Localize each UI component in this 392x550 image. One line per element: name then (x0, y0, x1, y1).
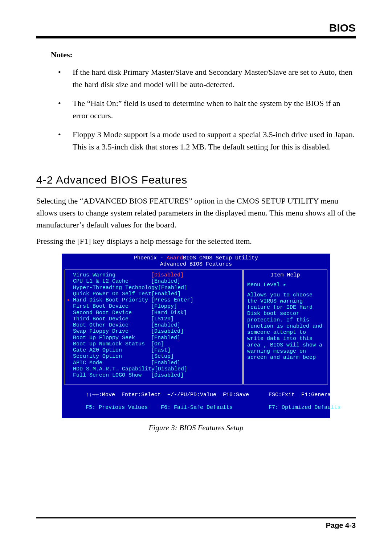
bios-setting-label: CPU L1 & L2 Cache (73, 278, 151, 284)
bios-setting-row[interactable]: First Boot Device[Floppy] (73, 303, 239, 309)
bios-title-award: Award (167, 255, 183, 261)
bios-setting-label: Boot Other Device (73, 322, 151, 328)
section-paragraph: Pressing the [F1] key displays a help me… (36, 235, 356, 247)
bios-setting-row[interactable]: Swap Floppy Drive[Disabled] (73, 328, 239, 334)
bios-setting-row[interactable]: HDD S.M.A.R.T. Capability[Disabled] (73, 366, 239, 372)
notes-item: If the hard disk Primary Master/Slave an… (54, 66, 356, 91)
notes-list: If the hard disk Primary Master/Slave an… (54, 66, 356, 153)
bios-setting-value[interactable]: [Enabled] (151, 335, 180, 341)
bios-setting-label: Hard Disk Boot Priority (73, 297, 151, 303)
bios-setting-value[interactable]: [Enabled] (151, 360, 180, 366)
bios-setting-label: Second Boot Device (73, 310, 151, 316)
bios-setting-row[interactable]: Virus Warning[Disabled] (73, 272, 239, 278)
bios-setting-label: Virus Warning (73, 272, 151, 278)
bios-setting-value[interactable]: [Disabled] (151, 372, 184, 378)
bios-setting-row[interactable]: Security Option[Setup] (73, 353, 239, 360)
bios-setting-label: Gate A20 Option (73, 347, 151, 353)
bios-setting-value[interactable]: [Hard Disk] (151, 310, 187, 316)
footer-divider (36, 517, 356, 518)
bios-setting-label: Third Boot Device (73, 316, 151, 322)
bios-setting-row[interactable]: CPU L1 & L2 Cache[Enabled] (73, 278, 239, 284)
notes-item: The “Halt On:” field is used to determin… (54, 97, 356, 122)
bios-setting-label: Full Screen LOGO Show (73, 372, 151, 378)
bios-title: Phoenix - AwardBIOS CMOS Setup Utility A… (64, 255, 328, 268)
bios-setting-value[interactable]: [Enabled] (151, 278, 180, 284)
section-paragraph: Selecting the “ADVANCED BIOS FEATURES” o… (36, 195, 356, 231)
submenu-marker-icon: ▸ (67, 297, 70, 303)
section-title: 4-2 Advanced BIOS Features (36, 174, 187, 188)
bios-setting-label: Swap Floppy Drive (73, 328, 151, 334)
bios-footer-line1b: ESC:Exit F1:General Help (269, 392, 350, 398)
bios-setting-label: First Boot Device (73, 303, 151, 309)
page-header-label: BIOS (36, 22, 356, 34)
bios-setting-row[interactable]: Third Boot Device[LS120] (73, 316, 239, 322)
bios-setting-value[interactable]: [LS120] (151, 316, 174, 322)
bios-setting-row[interactable]: Gate A20 Option[Fast] (73, 347, 239, 353)
bios-frame: Virus Warning[Disabled]CPU L1 & L2 Cache… (64, 269, 328, 385)
bios-setting-row[interactable]: Hyper-Threading Technology[Enabled] (73, 285, 239, 291)
header-divider (36, 36, 356, 38)
bios-setting-row[interactable]: Full Screen LOGO Show[Disabled] (73, 372, 239, 378)
bios-setting-value[interactable]: [Disabled] (151, 272, 184, 278)
bios-setting-label: Security Option (73, 353, 151, 360)
bios-footer-right: ESC:Exit F1:General Help F7: Optimized D… (249, 386, 350, 417)
bios-setting-row[interactable]: Boot Up NumLock Status[On] (73, 341, 239, 347)
bios-title-rest: BIOS CMOS Setup Utility (183, 255, 258, 261)
bios-setting-value[interactable]: [Setup] (151, 353, 174, 360)
notes-block: Notes: If the hard disk Primary Master/S… (51, 50, 356, 153)
notes-heading: Notes: (51, 50, 356, 59)
bios-title-brand: Phoenix - (134, 255, 167, 261)
bios-setting-row[interactable]: ▸Hard Disk Boot Priority[Press Enter] (73, 297, 239, 303)
bios-setting-value[interactable]: [Floppy] (151, 303, 177, 309)
bios-setting-value[interactable]: [On] (151, 341, 164, 347)
bios-setting-row[interactable]: Quick Power On Self Test[Enabled] (73, 291, 239, 297)
bios-setting-row[interactable]: Boot Other Device[Enabled] (73, 322, 239, 328)
page-footer: Page 4-3 (36, 517, 356, 530)
bios-subtitle: Advanced BIOS Features (160, 261, 232, 267)
item-help-heading: Item Help (247, 272, 323, 278)
bios-setting-label: Boot Up NumLock Status (73, 341, 151, 347)
bios-footer-line2b: F7: Optimized Defaults (269, 405, 340, 411)
bios-setting-row[interactable]: Second Boot Device[Hard Disk] (73, 310, 239, 316)
bios-setting-value[interactable]: [Enabled] (158, 285, 187, 291)
notes-item: Floppy 3 Mode support is a mode used to … (54, 128, 356, 153)
bios-setting-value[interactable]: [Disabled] (151, 328, 184, 334)
section-body: Selecting the “ADVANCED BIOS FEATURES” o… (36, 195, 356, 247)
bios-setting-label: APIC Mode (73, 360, 151, 366)
bios-setting-label: Boot Up Floppy Seek (73, 335, 151, 341)
figure-caption: Figure 3: BIOS Features Setup (36, 423, 356, 432)
bios-setting-row[interactable]: Boot Up Floppy Seek[Enabled] (73, 335, 239, 341)
bios-footer-left: ↑↓→←:Move Enter:Select +/-/PU/PD:Value F… (66, 386, 249, 417)
bios-setting-value[interactable]: [Press Enter] (151, 297, 193, 303)
bios-footer-line1a: ↑↓→←:Move Enter:Select +/-/PU/PD:Value F… (86, 392, 249, 398)
bios-screenshot: Phoenix - AwardBIOS CMOS Setup Utility A… (62, 254, 330, 419)
bios-settings-pane: Virus Warning[Disabled]CPU L1 & L2 Cache… (65, 270, 244, 384)
bios-help-pane: Item Help Menu Level ▸ Allows you to cho… (244, 270, 327, 384)
bios-setting-row[interactable]: APIC Mode[Enabled] (73, 360, 239, 366)
menu-level-label: Menu Level ▸ (247, 282, 323, 288)
bios-setting-value[interactable]: [Enabled] (151, 291, 181, 297)
bios-setting-label: Hyper-Threading Technology (73, 285, 158, 291)
bios-footer: ↑↓→←:Move Enter:Select +/-/PU/PD:Value F… (64, 385, 328, 417)
item-help-text: Allows you to choose the VIRUS warning f… (247, 292, 323, 361)
bios-setting-value[interactable]: [Fast] (151, 347, 171, 353)
bios-setting-label: Quick Power On Self Test (73, 291, 151, 297)
bios-setting-value[interactable]: [Enabled] (151, 322, 180, 328)
bios-setting-value[interactable]: [Disabled] (155, 366, 187, 372)
bios-footer-line2a: F5: Previous Values F6: Fail-Safe Defaul… (86, 405, 233, 411)
page-number: Page 4-3 (36, 521, 356, 530)
bios-setting-label: HDD S.M.A.R.T. Capability (73, 366, 155, 372)
